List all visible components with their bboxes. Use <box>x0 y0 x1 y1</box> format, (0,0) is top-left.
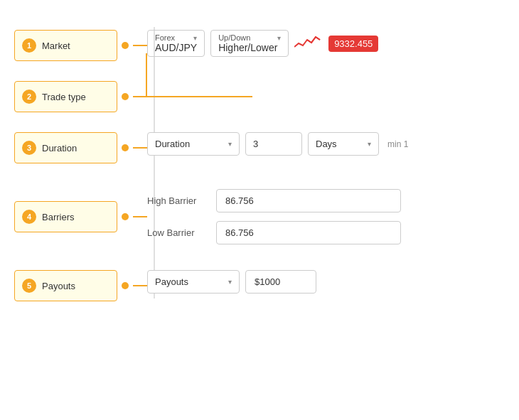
trade-type-step-circle: 2 <box>22 90 36 104</box>
duration-value-input[interactable] <box>245 132 302 156</box>
price-value: 9332.455 <box>334 38 373 49</box>
trade-type-vert-line-up <box>146 53 147 97</box>
barriers-content: High Barrier Low Barrier <box>139 189 505 244</box>
market-step-side: 1 Market <box>14 30 139 61</box>
barriers-section: 4 Barriers High Barrier Low Barrier <box>14 179 505 254</box>
barriers-label-text: Barriers <box>42 212 75 222</box>
updown-bottom-label: Higher/Lower <box>218 42 281 53</box>
low-barrier-input[interactable] <box>216 221 401 244</box>
forex-chevron: ▾ <box>193 34 197 42</box>
barriers-step-label: 4 Barriers <box>14 201 117 232</box>
duration-content: Duration Days min 1 <box>139 132 505 156</box>
payouts-section: 5 Payouts Payouts <box>14 254 505 311</box>
low-barrier-label: Low Barrier <box>147 227 208 238</box>
duration-min-text: min 1 <box>387 139 408 149</box>
barriers-step-circle: 4 <box>22 210 36 224</box>
updown-selector[interactable]: Up/Down ▾ Higher/Lower <box>210 30 289 57</box>
price-badge: 9332.455 <box>328 36 378 52</box>
payouts-connector-dot <box>122 282 129 289</box>
duration-select-label: Duration <box>155 139 190 149</box>
payouts-value-input[interactable] <box>245 270 316 294</box>
market-content: Forex ▾ AUD/JPY Up/Down ▾ Higher/Lower <box>139 30 505 57</box>
market-selects-group: Forex ▾ AUD/JPY Up/Down ▾ Higher/Lower <box>147 30 505 57</box>
trade-type-connector-area <box>133 96 147 97</box>
forex-top-label: Forex <box>155 33 175 42</box>
trade-type-step-side: 2 Trade type <box>14 81 139 112</box>
market-step-label: 1 Market <box>14 30 117 61</box>
payouts-select-label: Payouts <box>155 276 188 287</box>
trade-type-horiz-line <box>133 96 252 97</box>
low-barrier-row: Low Barrier <box>147 221 505 244</box>
trade-type-step-label: 2 Trade type <box>14 81 117 112</box>
market-connector-dot <box>122 42 129 49</box>
forex-selector[interactable]: Forex ▾ AUD/JPY <box>147 30 205 57</box>
payouts-controls: Payouts <box>147 270 505 294</box>
trade-type-section: 2 Trade type <box>14 71 505 122</box>
duration-section: 3 Duration Duration Days min 1 <box>14 122 505 179</box>
duration-unit-label: Days <box>316 139 337 149</box>
high-barrier-row: High Barrier <box>147 189 505 212</box>
market-section: 1 Market Forex ▾ AUD/JPY <box>14 14 505 71</box>
duration-controls: Duration Days min 1 <box>147 132 505 156</box>
trade-type-label-text: Trade type <box>42 92 86 102</box>
payouts-type-selector[interactable]: Payouts <box>147 270 240 294</box>
trading-form: 1 Market Forex ▾ AUD/JPY <box>0 0 519 325</box>
high-barrier-input[interactable] <box>216 189 401 212</box>
duration-step-side: 3 Duration <box>14 132 139 163</box>
updown-top-label: Up/Down <box>218 33 250 42</box>
duration-label-text: Duration <box>42 143 77 154</box>
duration-step-label: 3 Duration <box>14 132 117 163</box>
payouts-step-circle: 5 <box>22 279 36 293</box>
mini-chart <box>294 33 323 55</box>
payouts-step-label: 5 Payouts <box>14 270 117 301</box>
payouts-label-text: Payouts <box>42 281 75 291</box>
price-chart-group: 9332.455 <box>294 33 378 55</box>
high-barrier-label: High Barrier <box>147 195 208 206</box>
duration-unit-selector[interactable]: Days <box>308 132 379 156</box>
market-step-circle: 1 <box>22 38 36 53</box>
payouts-step-side: 5 Payouts <box>14 270 139 301</box>
barriers-fields: High Barrier Low Barrier <box>147 189 505 244</box>
duration-step-circle: 3 <box>22 141 36 155</box>
updown-chevron: ▾ <box>277 34 281 42</box>
market-label-text: Market <box>42 41 70 51</box>
duration-type-selector[interactable]: Duration <box>147 132 240 156</box>
duration-connector-dot <box>122 144 129 151</box>
barriers-step-side: 4 Barriers <box>14 201 139 232</box>
forex-bottom-label: AUD/JPY <box>155 42 197 53</box>
trade-type-connector-dot <box>122 93 129 100</box>
barriers-connector-dot <box>122 213 129 220</box>
payouts-content: Payouts <box>139 270 505 294</box>
